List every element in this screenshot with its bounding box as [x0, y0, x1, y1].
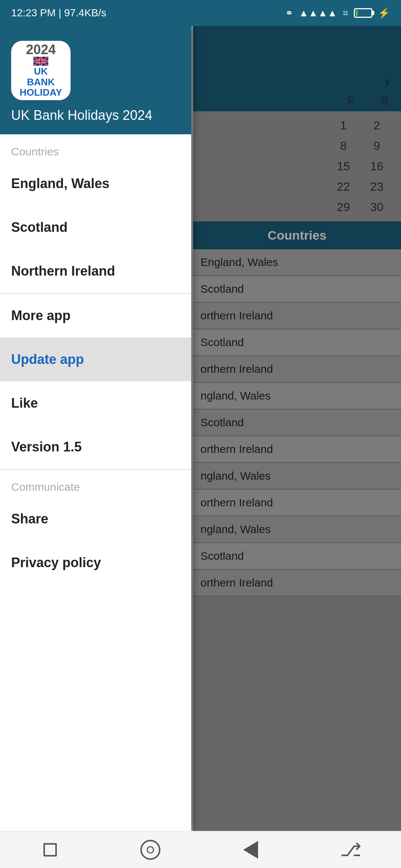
- drawer-item-like[interactable]: Like: [0, 381, 191, 425]
- uk-flag-icon: [33, 56, 48, 66]
- nav-home-icon: [140, 840, 160, 860]
- nav-back-button[interactable]: [238, 837, 264, 863]
- wifi-icon: ⌗: [343, 7, 348, 19]
- nav-home-button[interactable]: [137, 837, 163, 863]
- drawer-item-more-app-text: More app: [11, 308, 71, 323]
- nav-accessibility-button[interactable]: ⎇: [338, 837, 364, 863]
- battery-icon: [354, 8, 372, 18]
- drawer-item-northern-ireland-text: Northern Ireland: [11, 263, 115, 279]
- drawer-app-title: UK Bank Holidays 2024: [11, 108, 180, 123]
- nav-accessibility-icon: ⎇: [340, 839, 362, 861]
- nav-back-icon: [243, 841, 258, 859]
- drawer-section-communicate-label: Communicate: [0, 470, 191, 497]
- app-icon-year: 2024: [26, 43, 56, 56]
- drawer-item-northern-ireland[interactable]: Northern Ireland: [0, 249, 191, 293]
- drawer-item-scotland-text: Scotland: [11, 220, 68, 235]
- app-icon-title: UKBANKHOLIDAY: [20, 66, 62, 98]
- drawer-item-england-wales[interactable]: England, Wales: [0, 162, 191, 206]
- status-time: 12:23 PM | 97.4KB/s: [11, 7, 106, 19]
- navigation-drawer: 2024 UKBANKHOLIDAY UK Bank Holidays 2024…: [0, 26, 191, 831]
- drawer-item-update-app-text: Update app: [11, 352, 84, 367]
- status-icons: ⚭ ▲▲▲▲ ⌗ ⚡: [285, 7, 390, 19]
- drawer-item-more-app[interactable]: More app: [0, 294, 191, 338]
- drawer-header: 2024 UKBANKHOLIDAY UK Bank Holidays 2024: [0, 26, 191, 134]
- battery-fill: [356, 10, 358, 16]
- app-icon-flag: [33, 56, 48, 66]
- drawer-item-scotland[interactable]: Scotland: [0, 206, 191, 249]
- drawer-item-share-text: Share: [11, 511, 48, 526]
- charge-icon: ⚡: [378, 7, 390, 19]
- drawer-item-update-app[interactable]: Update app: [0, 338, 191, 381]
- drawer-item-version-text: Version 1.5: [11, 439, 82, 454]
- drawer-item-like-text: Like: [11, 395, 38, 411]
- nav-bar: ⎇: [0, 831, 401, 868]
- drawer-item-england-wales-text: England, Wales: [11, 176, 110, 191]
- main-layout: › F S 1 2 8 9 15 16 22 23 29 30: [0, 26, 401, 831]
- drawer-item-version[interactable]: Version 1.5: [0, 425, 191, 469]
- drawer-item-privacy-policy-text: Privacy policy: [11, 555, 101, 570]
- drawer-item-share[interactable]: Share: [0, 497, 191, 541]
- signal-icon: ▲▲▲▲: [299, 7, 337, 19]
- nav-home-inner-icon: [147, 846, 154, 854]
- drawer-item-privacy-policy[interactable]: Privacy policy: [0, 541, 191, 585]
- nav-recents-icon: [43, 843, 57, 857]
- status-bar: 12:23 PM | 97.4KB/s ⚭ ▲▲▲▲ ⌗ ⚡: [0, 0, 401, 26]
- nav-recents-button[interactable]: [37, 837, 63, 863]
- app-icon: 2024 UKBANKHOLIDAY: [11, 41, 71, 100]
- bluetooth-icon: ⚭: [285, 7, 293, 19]
- drawer-overlay[interactable]: [191, 26, 401, 831]
- drawer-section-countries-label: Countries: [0, 134, 191, 162]
